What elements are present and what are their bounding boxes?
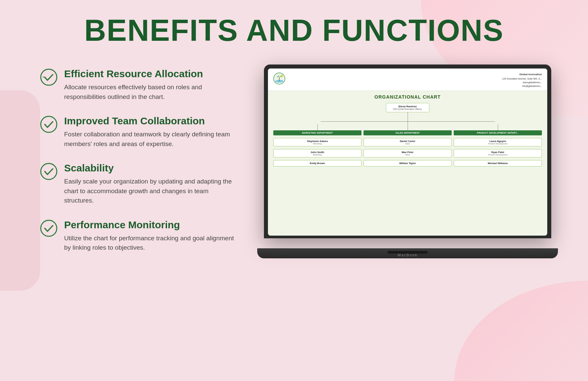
benefit-title-1: Efficient Resource Allocation (64, 68, 234, 80)
laptop-screen: Global Innovation 123 Innovation Avenue,… (268, 69, 547, 236)
emp-role-john: Marketing (276, 154, 358, 156)
emp-name-michael: Michael Williams (457, 162, 539, 165)
benefit-text-2: Improved Team Collaboration Foster colla… (64, 115, 234, 149)
emp-box-emily: Emily Brown (273, 160, 361, 166)
svg-point-2 (41, 163, 57, 179)
laptop-wrapper: Global Innovation 123 Innovation Avenue,… (264, 65, 551, 258)
dept-connector-product (498, 124, 498, 130)
dept-column-marketing: MARKETING DEPARTMENT Stephanie Adams Mar… (273, 124, 361, 166)
check-icon-4 (40, 220, 57, 237)
emp-role-daniel: Sales (366, 143, 449, 145)
benefit-desc-1: Allocate resources effectively based on … (64, 83, 234, 102)
screen-header: Global Innovation 123 Innovation Avenue,… (268, 69, 547, 91)
org-tree: Elena Ramirez CEO (Chief Executive Offic… (273, 103, 542, 166)
svg-point-1 (41, 116, 57, 132)
dept-column-sales: SALES DEPARTMENT Daniel Carter Sales Mae… (363, 124, 452, 166)
benefit-title-3: Scalability (64, 162, 234, 174)
laptop-body: Global Innovation 123 Innovation Avenue,… (264, 65, 551, 238)
laptop-container: Global Innovation 123 Innovation Avenue,… (254, 61, 561, 258)
logo-icon (273, 73, 285, 85)
emp-name-stephanie: Stephanie Adams (276, 140, 358, 143)
benefit-item-resource-allocation: Efficient Resource Allocation Allocate r… (40, 68, 234, 102)
emp-box-ryan: Ryan Patel Product Development (454, 149, 542, 157)
org-chart-area: ORGANIZATIONAL CHART Elena Ramirez CEO (… (268, 91, 547, 236)
company-email: info@globalinnov... (502, 84, 542, 88)
departments-row: MARKETING DEPARTMENT Stephanie Adams Mar… (273, 124, 542, 166)
ceo-role: CEO (Chief Executive Officer). (393, 108, 422, 110)
ceo-connector (408, 112, 408, 118)
emp-box-daniel: Daniel Carter Sales (363, 138, 452, 146)
emp-name-daniel: Daniel Carter (366, 140, 449, 143)
benefit-desc-4: Utilize the chart for performance tracki… (64, 234, 234, 253)
emp-box-michael: Michael Williams (454, 160, 542, 166)
screen-content: Global Innovation 123 Innovation Avenue,… (268, 69, 547, 236)
emp-box-william: William Taylor (363, 160, 452, 166)
check-icon-2 (40, 116, 57, 133)
check-icon-3 (40, 163, 57, 180)
company-info-right: Global Innovation 123 Innovation Avenue,… (502, 73, 542, 88)
emp-role-ryan: Product Development (457, 154, 539, 156)
emp-box-laura: Laura Nguyen Product Development (454, 138, 542, 146)
emp-role-mae: Sales (366, 154, 449, 156)
content-area: Efficient Resource Allocation Allocate r… (0, 54, 588, 381)
page-title: BENEFITS AND FUNCTIONS (0, 13, 588, 48)
dept-header-marketing: MARKETING DEPARTMENT (273, 130, 361, 135)
macbook-label: MacBook (398, 253, 418, 257)
emp-box-stephanie: Stephanie Adams Marketing (273, 138, 361, 146)
page-header: BENEFITS AND FUNCTIONS (0, 0, 588, 54)
company-name: Global Innovation (502, 73, 542, 77)
svg-point-7 (281, 75, 283, 77)
org-chart-title: ORGANIZATIONAL CHART (273, 94, 542, 100)
benefit-item-team-collaboration: Improved Team Collaboration Foster colla… (40, 115, 234, 149)
company-address: 123 Innovation Avenue, Suite 500, S... (502, 77, 542, 81)
emp-box-john: John Smith Marketing (273, 149, 361, 157)
emp-name-william: William Taylor (366, 162, 449, 165)
emp-name-emily: Emily Brown (276, 162, 358, 165)
emp-name-mae: Mae Peter (366, 151, 449, 154)
benefit-item-performance: Performance Monitoring Utilize the chart… (40, 219, 234, 253)
horizontal-connector (273, 118, 542, 124)
emp-role-laura: Product Development (457, 143, 539, 145)
dept-header-sales: SALES DEPARTMENT (363, 130, 452, 135)
ceo-box: Elena Ramirez CEO (Chief Executive Offic… (386, 103, 429, 112)
emp-name-laura: Laura Nguyen (457, 140, 539, 143)
dept-connector-marketing (317, 124, 318, 130)
benefits-list: Efficient Resource Allocation Allocate r… (40, 61, 234, 253)
benefit-title-4: Performance Monitoring (64, 219, 234, 231)
check-icon-1 (40, 69, 57, 86)
company-website: www.globalinnov... (502, 81, 542, 84)
benefit-text-4: Performance Monitoring Utilize the chart… (64, 219, 234, 253)
h-line-right (408, 121, 495, 122)
emp-role-stephanie: Marketing (276, 143, 358, 145)
emp-box-mae: Mae Peter Sales (363, 149, 452, 157)
h-line-left (321, 121, 408, 122)
svg-point-3 (41, 220, 57, 236)
benefit-text-3: Scalability Easily scale your organizati… (64, 162, 234, 206)
benefit-desc-3: Easily scale your organization by updati… (64, 177, 234, 206)
dept-column-product: PRODUCT DEVELOPMENT DEPART... Laura Nguy… (454, 124, 542, 166)
dept-connector-sales (408, 124, 408, 130)
ceo-name: Elena Ramirez (393, 105, 422, 108)
benefit-title-2: Improved Team Collaboration (64, 115, 234, 127)
dept-header-product: PRODUCT DEVELOPMENT DEPART... (454, 130, 542, 135)
benefit-text-1: Efficient Resource Allocation Allocate r… (64, 68, 234, 102)
benefit-item-scalability: Scalability Easily scale your organizati… (40, 162, 234, 206)
laptop-base: MacBook (257, 248, 558, 258)
emp-name-ryan: Ryan Patel (457, 151, 539, 154)
benefit-desc-2: Foster collaboration and teamwork by cle… (64, 130, 234, 149)
emp-name-john: John Smith (276, 151, 358, 154)
company-logo (273, 73, 285, 85)
